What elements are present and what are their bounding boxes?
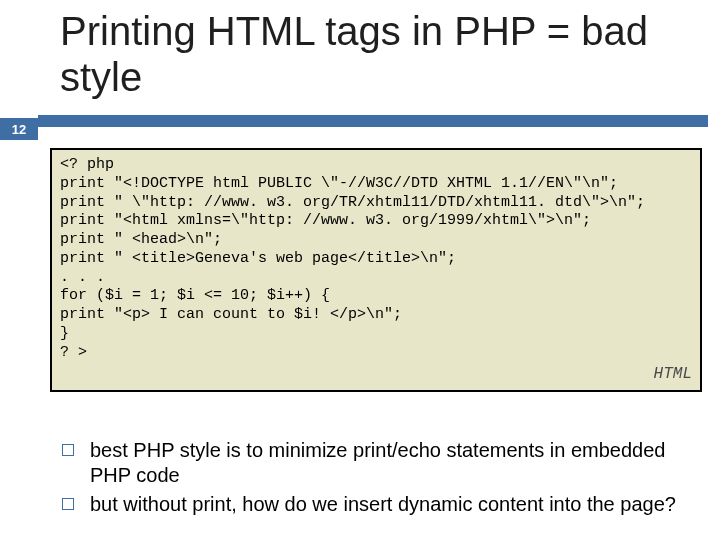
code-line: ? > <box>60 344 692 363</box>
code-line: . . . <box>60 269 692 288</box>
title-underline <box>38 115 708 127</box>
code-line: for ($i = 1; $i <= 10; $i++) { <box>60 287 692 306</box>
bullet-list: best PHP style is to minimize print/echo… <box>62 438 700 521</box>
page-number-badge: 12 <box>0 118 38 140</box>
title-container: Printing HTML tags in PHP = bad style <box>60 8 700 100</box>
code-line: } <box>60 325 692 344</box>
bullet-text: but without print, how do we insert dyna… <box>90 492 676 517</box>
code-language-tag: HTML <box>60 364 692 384</box>
code-line: print " <head>\n"; <box>60 231 692 250</box>
square-bullet-icon <box>62 444 74 456</box>
code-line: print "<p> I can count to $i! </p>\n"; <box>60 306 692 325</box>
page-number-text: 12 <box>12 122 26 137</box>
bullet-text: best PHP style is to minimize print/echo… <box>90 438 700 488</box>
code-line: print "<!DOCTYPE html PUBLIC \"-//W3C//D… <box>60 175 692 194</box>
code-line: print " <title>Geneva's web page</title>… <box>60 250 692 269</box>
code-line: <? php <box>60 156 692 175</box>
slide-title: Printing HTML tags in PHP = bad style <box>60 8 700 100</box>
bullet-item: but without print, how do we insert dyna… <box>62 492 700 517</box>
bullet-item: best PHP style is to minimize print/echo… <box>62 438 700 488</box>
square-bullet-icon <box>62 498 74 510</box>
code-line: print "<html xmlns=\"http: //www. w3. or… <box>60 212 692 231</box>
code-block: <? php print "<!DOCTYPE html PUBLIC \"-/… <box>50 148 702 392</box>
code-line: print " \"http: //www. w3. org/TR/xhtml1… <box>60 194 692 213</box>
